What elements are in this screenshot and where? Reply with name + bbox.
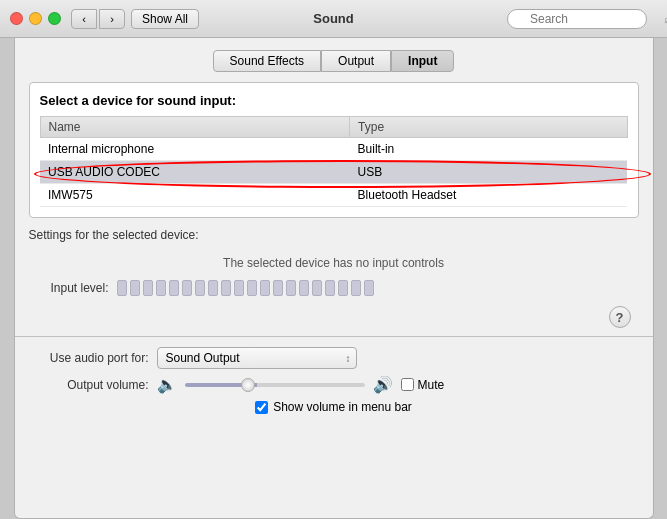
output-volume-label: Output volume: (29, 378, 149, 392)
device-type: Bluetooth Headset (350, 184, 627, 207)
divider (15, 336, 653, 337)
settings-section: Settings for the selected device: The se… (29, 228, 639, 328)
volume-high-icon: 🔊 (373, 375, 393, 394)
volume-slider[interactable] (185, 383, 365, 387)
level-bar-19 (351, 280, 361, 296)
show-volume-row: Show volume in menu bar (29, 400, 639, 414)
level-bar-14 (286, 280, 296, 296)
show-volume-text: Show volume in menu bar (273, 400, 412, 414)
show-volume-label-wrapper: Show volume in menu bar (255, 400, 412, 414)
output-volume-row: Output volume: 🔈 🔊 Mute (29, 375, 639, 394)
mute-checkbox[interactable] (401, 378, 414, 391)
table-row[interactable]: IMW575 Bluetooth Headset (40, 184, 627, 207)
device-name: Internal microphone (40, 138, 350, 161)
level-bar-18 (338, 280, 348, 296)
volume-low-icon: 🔈 (157, 375, 177, 394)
bottom-controls: Use audio port for: Sound Output Sound I… (29, 347, 639, 414)
mute-label: Mute (401, 378, 445, 392)
main-panel: Sound Effects Output Input Select a devi… (14, 38, 654, 519)
level-bar-16 (312, 280, 322, 296)
device-name: IMW575 (40, 184, 350, 207)
mute-text: Mute (418, 378, 445, 392)
col-name: Name (40, 117, 350, 138)
search-input[interactable] (507, 9, 647, 29)
level-bar-1 (117, 280, 127, 296)
tab-input[interactable]: Input (391, 50, 454, 72)
col-type: Type (350, 117, 627, 138)
tab-bar: Sound Effects Output Input (15, 38, 653, 82)
settings-label: Settings for the selected device: (29, 228, 639, 242)
audio-port-select[interactable]: Sound Output Sound Input Off (157, 347, 357, 369)
audio-port-dropdown-wrapper: Sound Output Sound Input Off ↕ (157, 347, 357, 369)
table-row-selected[interactable]: USB AUDIO CODEC USB (40, 161, 627, 184)
tab-output[interactable]: Output (321, 50, 391, 72)
level-bar-4 (156, 280, 166, 296)
titlebar: ‹ › Show All Sound ⌕ (0, 0, 667, 38)
device-selection-box: Select a device for sound input: Name Ty… (29, 82, 639, 218)
level-bar-10 (234, 280, 244, 296)
level-bar-13 (273, 280, 283, 296)
show-volume-checkbox[interactable] (255, 401, 268, 414)
close-button[interactable] (10, 12, 23, 25)
level-bar-5 (169, 280, 179, 296)
table-wrapper: Name Type Internal microphone Built-in U… (40, 116, 628, 207)
audio-port-label: Use audio port for: (29, 351, 149, 365)
maximize-button[interactable] (48, 12, 61, 25)
tab-sound-effects[interactable]: Sound Effects (213, 50, 322, 72)
device-table: Name Type Internal microphone Built-in U… (40, 116, 628, 207)
show-all-button[interactable]: Show All (131, 9, 199, 29)
back-button[interactable]: ‹ (71, 9, 97, 29)
level-bar-3 (143, 280, 153, 296)
nav-buttons: ‹ › (71, 9, 125, 29)
minimize-button[interactable] (29, 12, 42, 25)
device-name: USB AUDIO CODEC (40, 161, 350, 184)
level-bar-2 (130, 280, 140, 296)
input-level-row: Input level: (29, 276, 639, 300)
level-bar-12 (260, 280, 270, 296)
volume-thumb[interactable] (241, 378, 255, 392)
level-bar-15 (299, 280, 309, 296)
level-bar-17 (325, 280, 335, 296)
level-bar-20 (364, 280, 374, 296)
window-title: Sound (313, 11, 353, 26)
forward-button[interactable]: › (99, 9, 125, 29)
traffic-lights (10, 12, 61, 25)
device-type: USB (350, 161, 627, 184)
level-bar-7 (195, 280, 205, 296)
level-bar-11 (247, 280, 257, 296)
table-header-row: Name Type (40, 117, 627, 138)
help-button[interactable]: ? (609, 306, 631, 328)
no-input-controls-text: The selected device has no input control… (29, 250, 639, 276)
level-bar-9 (221, 280, 231, 296)
level-bar-8 (208, 280, 218, 296)
table-row[interactable]: Internal microphone Built-in (40, 138, 627, 161)
input-level-label: Input level: (29, 281, 109, 295)
level-bars (117, 280, 374, 296)
level-bar-6 (182, 280, 192, 296)
section-heading: Select a device for sound input: (40, 93, 628, 108)
audio-port-row: Use audio port for: Sound Output Sound I… (29, 347, 639, 369)
device-type: Built-in (350, 138, 627, 161)
